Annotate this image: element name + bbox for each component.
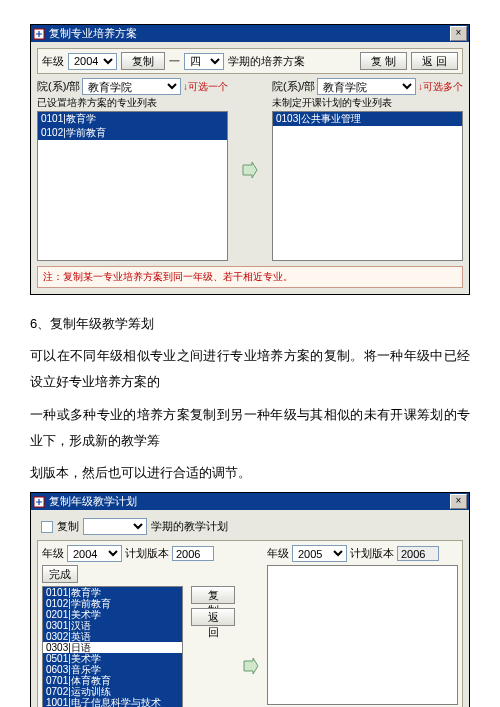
dept-label: 院(系)/部 <box>37 79 80 94</box>
list-item[interactable]: 0302|英语 <box>43 631 182 642</box>
target-panel: 年级 2005 计划版本 <box>267 545 458 705</box>
list-item[interactable]: 0201|美术学 <box>43 609 182 620</box>
source-panel: 年级 2004 计划版本 完成 0101|教育学0102|学前教育0201|美术… <box>42 545 235 707</box>
dept-select-left[interactable]: 教育学院 <box>82 78 181 95</box>
toolbar: 复制 学期的教学计划 <box>37 516 463 540</box>
left-list-header: 已设置培养方案的专业列表 <box>37 95 228 111</box>
hint-left: ↓可选一个 <box>183 80 228 94</box>
target-major-listbox[interactable] <box>267 565 458 705</box>
close-button[interactable]: × <box>450 494 467 509</box>
year-select[interactable]: 2004 <box>68 53 117 70</box>
app-icon <box>33 496 45 508</box>
finish-button[interactable]: 完成 <box>42 565 78 583</box>
hint-right: ↓可选多个 <box>418 80 463 94</box>
copy-button[interactable]: 复 制 <box>191 586 235 604</box>
term-select[interactable] <box>83 518 147 535</box>
list-item[interactable]: 0603|音乐学 <box>43 664 182 675</box>
list-item[interactable]: 1001|电子信息科学与技术 <box>43 697 182 707</box>
mode-label: 一 <box>169 54 180 69</box>
paragraph: 一种或多种专业的培养方案复制到另一种年级与其相似的未有开课筹划的专业下，形成新的… <box>30 402 470 455</box>
title-bar: 复制年级教学计划 × <box>31 493 469 510</box>
term-tail-label: 学期的教学计划 <box>151 519 228 534</box>
plan-label: 计划版本 <box>350 546 394 561</box>
copy-checkbox[interactable] <box>41 521 53 533</box>
list-item[interactable]: 0101|教育学 <box>43 587 182 598</box>
title-bar: 复制专业培养方案 × <box>31 25 469 42</box>
src-plan-input[interactable] <box>172 546 214 561</box>
dept-label: 院(系)/部 <box>272 79 315 94</box>
copy-checkbox-label: 复制 <box>57 519 79 534</box>
dialog-title: 复制年级教学计划 <box>49 494 137 509</box>
copy-grade-plan-dialog: 复制年级教学计划 × 复制 学期的教学计划 年级 2004 计划版本 <box>30 492 470 707</box>
tgt-plan-input[interactable] <box>397 546 439 561</box>
term-label: 学期的培养方案 <box>228 54 305 69</box>
list-item[interactable]: 0501|美术学 <box>43 653 182 664</box>
close-button[interactable]: × <box>450 26 467 41</box>
copy-mode-button[interactable]: 复制 <box>121 52 165 70</box>
transfer-arrow-icon <box>243 657 259 675</box>
transfer-arrow-icon <box>242 161 258 179</box>
paragraph: 可以在不同年级相似专业之间进行专业培养方案的复制。将一种年级中已经设立好专业培养… <box>30 343 470 396</box>
paragraph: 划版本，然后也可以进行合适的调节。 <box>30 460 470 486</box>
src-year-select[interactable]: 2004 <box>67 545 122 562</box>
dialog-title: 复制专业培养方案 <box>49 26 137 41</box>
source-major-listbox[interactable]: 0101|教育学0102|学前教育0201|美术学0301|汉语0302|英语0… <box>42 586 183 707</box>
dept-select-right[interactable]: 教育学院 <box>317 78 416 95</box>
tgt-year-select[interactable]: 2005 <box>292 545 347 562</box>
return-button[interactable]: 返 回 <box>411 52 458 70</box>
year-label: 年级 <box>42 54 64 69</box>
return-button[interactable]: 返 回 <box>191 608 235 626</box>
copy-button[interactable]: 复 制 <box>360 52 407 70</box>
left-panel: 院(系)/部 教育学院 ↓可选一个 已设置培养方案的专业列表 0101|教育学 … <box>37 78 228 261</box>
app-icon <box>33 28 45 40</box>
target-major-listbox[interactable]: 0103|公共事业管理 <box>272 111 463 261</box>
list-item[interactable]: 0101|教育学 <box>38 112 227 126</box>
list-item[interactable]: 0702|运动训练 <box>43 686 182 697</box>
year-label: 年级 <box>42 546 64 561</box>
term-select[interactable]: 四 <box>184 53 224 70</box>
right-list-header: 未制定开课计划的专业列表 <box>272 95 463 111</box>
list-item[interactable]: 0701|体育教育 <box>43 675 182 686</box>
year-label: 年级 <box>267 546 289 561</box>
source-major-listbox[interactable]: 0101|教育学 0102|学前教育 <box>37 111 228 261</box>
right-panel: 院(系)/部 教育学院 ↓可选多个 未制定开课计划的专业列表 0103|公共事业… <box>272 78 463 261</box>
plan-label: 计划版本 <box>125 546 169 561</box>
list-item[interactable]: 0301|汉语 <box>43 620 182 631</box>
toolbar: 年级 2004 复制 一 四 学期的培养方案 复 制 返 回 <box>37 48 463 74</box>
list-item[interactable]: 0102|学前教育 <box>38 126 227 140</box>
copy-major-plan-dialog: 复制专业培养方案 × 年级 2004 复制 一 四 学期的培养方案 复 制 返 … <box>30 24 470 295</box>
section-heading: 6、复制年级教学筹划 <box>30 315 470 333</box>
list-item[interactable]: 0103|公共事业管理 <box>273 112 462 126</box>
list-item[interactable]: 0303|日语 <box>43 642 182 653</box>
list-item[interactable]: 0102|学前教育 <box>43 598 182 609</box>
footnote: 注：复制某一专业培养方案到同一年级、若干相近专业。 <box>37 266 463 288</box>
